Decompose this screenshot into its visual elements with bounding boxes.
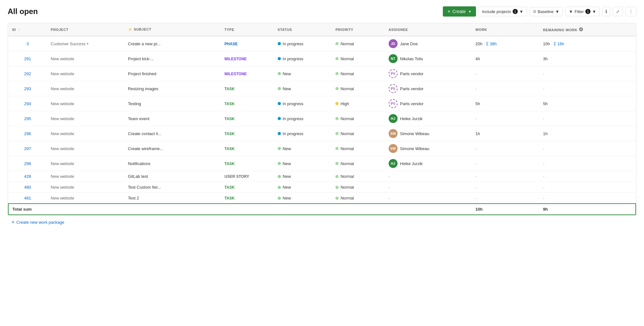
project-name: New website bbox=[51, 101, 74, 106]
avatar: PV bbox=[389, 84, 398, 93]
table-row: 291New websiteProject kick-...MILESTONEI… bbox=[8, 51, 636, 66]
work-value: - bbox=[475, 71, 477, 76]
work-cell: - bbox=[472, 141, 539, 156]
work-package-id-link[interactable]: 297 bbox=[24, 146, 31, 151]
status-label: In progress bbox=[283, 131, 304, 136]
fullscreen-button[interactable]: ⤢ bbox=[613, 7, 623, 16]
status-cell: In progress bbox=[278, 41, 328, 46]
work-package-id-link[interactable]: 481 bbox=[24, 196, 31, 200]
project-cell: New website bbox=[51, 174, 120, 179]
work-package-id-link[interactable]: 293 bbox=[24, 86, 31, 91]
include-projects-button[interactable]: Include projects 1 ▼ bbox=[479, 7, 527, 16]
filter-button[interactable]: ▼ Filter 1 ▼ bbox=[565, 7, 600, 16]
priority-cell: Normal bbox=[335, 131, 381, 136]
status-dot bbox=[278, 57, 281, 60]
work-cell: 1h bbox=[472, 126, 539, 141]
type-badge: MILESTONE bbox=[224, 57, 247, 61]
more-options-button[interactable]: ⋮ bbox=[626, 7, 636, 16]
assignee-name: Heike Jurzik bbox=[400, 161, 423, 166]
subject-cell: Testing bbox=[124, 96, 221, 111]
priority-dot bbox=[335, 132, 339, 135]
status-dot bbox=[278, 147, 281, 150]
col-header-priority[interactable]: PRIORITY bbox=[332, 23, 385, 36]
status-label: New bbox=[283, 196, 291, 200]
priority-label: Normal bbox=[340, 56, 354, 61]
work-package-id-link[interactable]: 298 bbox=[24, 161, 31, 166]
remaining-value: 3h bbox=[543, 56, 547, 61]
work-package-id-link[interactable]: 291 bbox=[24, 56, 31, 61]
filter-badge: 1 bbox=[585, 9, 590, 14]
col-header-id[interactable]: ID ↑ bbox=[8, 23, 47, 36]
status-label: In progress bbox=[283, 116, 304, 121]
work-package-id-link[interactable]: 480 bbox=[24, 185, 31, 190]
priority-cell: Normal bbox=[335, 41, 381, 46]
project-expand-icon[interactable]: ▾ bbox=[87, 42, 89, 46]
work-package-id-link[interactable]: 292 bbox=[24, 71, 31, 76]
work-cell: - bbox=[472, 111, 539, 126]
work-value: - bbox=[475, 174, 477, 179]
status-cell: New bbox=[278, 146, 328, 151]
remaining-value: - bbox=[543, 185, 544, 190]
create-work-package-link[interactable]: + Create new work package bbox=[8, 215, 636, 226]
table-header-row: ID ↑ PROJECT ⚡SUBJECT TYPE STATUS PRIORI… bbox=[8, 23, 636, 36]
info-button[interactable]: ℹ bbox=[602, 7, 610, 16]
project-name: New website bbox=[51, 56, 74, 61]
status-dot bbox=[278, 197, 281, 200]
work-cell: - bbox=[472, 182, 539, 193]
priority-dot bbox=[335, 147, 339, 150]
work-package-id-link[interactable]: 296 bbox=[24, 131, 31, 136]
header-actions: + Create ▼ Include projects 1 ▼ ⊙ Baseli… bbox=[443, 6, 636, 17]
project-cell: New website bbox=[51, 56, 120, 61]
status-dot bbox=[278, 132, 281, 135]
work-value: - bbox=[475, 146, 477, 151]
project-name: New website bbox=[51, 161, 74, 166]
assignee-cell: HJHeike Jurzik bbox=[389, 159, 468, 168]
priority-cell: High bbox=[335, 101, 381, 106]
assignee-name: Simone Wibeau bbox=[400, 131, 429, 136]
col-header-assignee[interactable]: ASSIGNEE bbox=[385, 23, 472, 36]
subject-cell: Resizing images bbox=[124, 81, 221, 96]
col-header-work[interactable]: WORK bbox=[472, 23, 539, 36]
work-package-id-link[interactable]: 294 bbox=[24, 101, 31, 106]
work-value: 5h bbox=[475, 101, 480, 106]
work-package-id-link[interactable]: 295 bbox=[24, 116, 31, 121]
page-container: All open + Create ▼ Include projects 1 ▼… bbox=[0, 0, 644, 233]
table-row: 481New websiteTest 2TASKNewNormal--- bbox=[8, 193, 636, 204]
status-dot bbox=[278, 175, 281, 178]
assignee-name: Parts vendor bbox=[400, 71, 424, 76]
table-row: 3Customer Success▾Create a new pr...PHAS… bbox=[8, 36, 636, 51]
status-dot bbox=[278, 102, 281, 105]
create-button[interactable]: + Create ▼ bbox=[443, 6, 476, 17]
priority-label: Normal bbox=[340, 161, 354, 166]
work-package-id-link[interactable]: 428 bbox=[24, 174, 31, 179]
status-label: New bbox=[283, 71, 291, 76]
col-header-status[interactable]: STATUS bbox=[274, 23, 332, 36]
create-label: Create bbox=[452, 9, 466, 14]
priority-label: Normal bbox=[340, 116, 354, 121]
remaining-value: - bbox=[543, 196, 544, 200]
project-name: Customer Success bbox=[51, 41, 85, 46]
priority-dot bbox=[335, 186, 339, 189]
col-header-remaining[interactable]: REMAINING WORK ⚙ bbox=[539, 23, 636, 36]
remaining-value: - bbox=[543, 86, 544, 91]
subject-cell: Create a new pr... bbox=[124, 36, 221, 51]
subject-filter-icon: ⚡ bbox=[128, 27, 133, 31]
type-badge: TASK bbox=[224, 87, 235, 91]
status-label: New bbox=[283, 161, 291, 166]
work-package-id-link[interactable]: 3 bbox=[26, 41, 29, 46]
status-label: New bbox=[283, 185, 291, 190]
table-row: 297New websiteCreate wireframe...TASKNew… bbox=[8, 141, 636, 156]
col-header-subject[interactable]: ⚡SUBJECT bbox=[124, 23, 221, 36]
baseline-button[interactable]: ⊙ Baseline ▼ bbox=[530, 7, 563, 16]
priority-cell: Normal bbox=[335, 174, 381, 179]
priority-cell: Normal bbox=[335, 86, 381, 91]
remaining-work-cell: - bbox=[539, 193, 636, 204]
project-name: New website bbox=[51, 174, 74, 179]
filter-icon: ▼ bbox=[569, 9, 573, 14]
col-header-project[interactable]: PROJECT bbox=[47, 23, 124, 36]
settings-icon[interactable]: ⚙ bbox=[579, 27, 583, 32]
type-badge: TASK bbox=[224, 185, 235, 190]
col-header-type[interactable]: TYPE bbox=[221, 23, 274, 36]
assignee-cell: SWSimone Wibeau bbox=[389, 129, 468, 138]
priority-cell: Normal bbox=[335, 71, 381, 76]
